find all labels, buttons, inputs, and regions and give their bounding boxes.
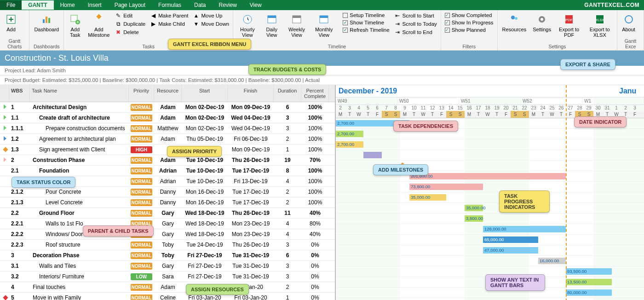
move-up-button[interactable]: ▲Move Up: [192, 12, 230, 19]
col-priority[interactable]: Priority: [129, 85, 154, 102]
add-chart-button[interactable]: Add: [3, 12, 19, 33]
task-row[interactable]: 1.1Create draft of architectureNORMALAda…: [0, 113, 335, 123]
monthly-view-button[interactable]: Monthly View: [311, 12, 336, 39]
day-number: 24: [538, 105, 547, 111]
show-completed-toggle[interactable]: ✓Show Completed: [444, 12, 494, 18]
dow-cell: F: [630, 111, 639, 118]
task-row[interactable]: 1Architectural DesignNORMALAdamMon 02-De…: [0, 102, 335, 113]
make-child-button[interactable]: ▶Make Child: [149, 20, 189, 28]
settings-button[interactable]: Settings: [531, 12, 553, 39]
resources-button[interactable]: Resources: [500, 12, 529, 39]
gantt-bar[interactable]: 35,000.00: [465, 205, 483, 211]
gantt-bar[interactable]: 2,700.00: [336, 131, 363, 137]
task-name-cell[interactable]: Foundation: [30, 167, 129, 175]
gantt-bar[interactable]: 35,000.00: [409, 194, 446, 201]
tab-file[interactable]: File: [0, 0, 22, 10]
task-row[interactable]: 2.2.1Walls to 1st FloNORMALGaryWed 18-De…: [0, 219, 335, 229]
show-planned-toggle[interactable]: ✓Show Planned: [444, 27, 494, 33]
task-row[interactable]: 1.2Agreement to architectural planNORMAL…: [0, 134, 335, 144]
task-name-cell[interactable]: Pour Concrete: [30, 188, 129, 196]
task-name-cell[interactable]: Construction Phase: [30, 156, 129, 164]
gantt-bar[interactable]: 80,000.00: [566, 289, 612, 296]
tab-gantt[interactable]: GANTT: [22, 0, 53, 10]
tab-insert[interactable]: Insert: [81, 0, 108, 10]
gantt-row: 73,800.00: [336, 182, 644, 192]
task-name-cell[interactable]: Roof structure: [30, 241, 129, 249]
task-row[interactable]: 3.1Walls and TilesNORMALGaryFri 27-Dec-1…: [0, 261, 335, 271]
add-task-button[interactable]: Add Task: [67, 12, 83, 39]
task-name-cell[interactable]: Architectural Design: [30, 103, 129, 111]
task-row[interactable]: 5Move in with FamilyNORMALCelineFri 03-J…: [0, 293, 335, 300]
col-name[interactable]: Task Name: [30, 85, 129, 102]
daily-view-button[interactable]: Daily View: [262, 12, 282, 39]
task-name-cell[interactable]: Prepare construction documents: [30, 124, 129, 133]
gantt-bar[interactable]: 65,000.00: [483, 237, 538, 243]
callout-task-deps: TASK DEPENDENCIES: [393, 121, 458, 132]
task-name-cell[interactable]: Decoration Phase: [30, 251, 129, 260]
task-name-cell[interactable]: Interiors/ Furniture: [30, 272, 129, 281]
move-down-button[interactable]: ▼Move Down: [192, 20, 230, 28]
col-finish[interactable]: Finish: [228, 85, 274, 102]
task-row[interactable]: 3Decoration PhaseNORMALTobyFri 27-Dec-19…: [0, 250, 335, 261]
tab-page-layout[interactable]: Page Layout: [108, 0, 152, 10]
hourly-view-button[interactable]: Hourly View: [236, 12, 259, 39]
task-row[interactable]: 2.2.2Windows/ DoorNORMALGaryWed 18-Dec-1…: [0, 229, 335, 240]
task-row[interactable]: 1.1.1Prepare construction documentsNORMA…: [0, 123, 335, 134]
tab-view[interactable]: View: [243, 0, 268, 10]
export-pdf-button[interactable]: PDFExport to PDF: [556, 12, 582, 39]
about-button[interactable]: About: [620, 12, 637, 33]
day-number: 31: [603, 105, 612, 111]
task-row[interactable]: 2.2Ground FloorNORMALGaryWed 18-Dec-19Th…: [0, 208, 335, 219]
gantt-bar[interactable]: 201,800.00: [409, 173, 566, 179]
task-row[interactable]: 2.2.3Roof structureNORMALTobyTue 24-Dec-…: [0, 240, 335, 250]
edit-button[interactable]: ✎Edit: [114, 12, 146, 19]
duplicate-button[interactable]: ⧉Duplicate: [114, 20, 146, 28]
task-name-cell[interactable]: Create draft of architecture: [30, 114, 129, 122]
col-wbs[interactable]: WBS: [9, 85, 30, 102]
add-milestone-button[interactable]: Add Milestone: [86, 12, 111, 39]
tab-review[interactable]: Review: [212, 0, 243, 10]
weekly-view-button[interactable]: Weekly View: [285, 12, 309, 39]
gantt-bar[interactable]: [363, 152, 382, 158]
tab-home[interactable]: Home: [54, 0, 81, 10]
task-name-cell[interactable]: Walls and Tiles: [30, 262, 129, 270]
gantt-bar[interactable]: 128,000.00: [483, 226, 566, 232]
show-inprogress-toggle[interactable]: ✓Show In Progress: [444, 19, 494, 26]
show-timeline-button[interactable]: ✓Show Timeline: [342, 19, 390, 26]
tab-data[interactable]: Data: [188, 0, 212, 10]
gantt-bar[interactable]: 3,800.00: [465, 215, 483, 222]
gantt-bar[interactable]: 73,800.00: [409, 184, 483, 190]
callout-date-indicator: DATE INDICATOR: [574, 116, 627, 127]
task-name-cell[interactable]: Level Concrete: [30, 198, 129, 207]
refresh-timeline-button[interactable]: ✓Refresh Timeline: [342, 27, 390, 33]
gantt-bar[interactable]: 13,500.00: [566, 279, 612, 285]
task-row[interactable]: 2Construction PhaseNORMALAdamTue 10-Dec-…: [0, 155, 335, 166]
delete-button[interactable]: ✖Delete: [114, 29, 146, 36]
task-row[interactable]: 2.1FoundationNORMALAdrianTue 10-Dec-19Tu…: [0, 166, 335, 176]
tab-formulas[interactable]: Formulas: [152, 0, 188, 10]
col-duration[interactable]: Duration: [274, 85, 301, 102]
make-parent-button[interactable]: ◀Make Parent: [149, 12, 189, 19]
task-row[interactable]: 3.2Interiors/ FurnitureLOWSaraFri 27-Dec…: [0, 271, 335, 282]
dashboard-button[interactable]: Dashboard: [32, 12, 61, 33]
gantt-bar[interactable]: 2,700.00: [336, 141, 363, 148]
gantt-bar[interactable]: 47,000.00: [483, 247, 538, 254]
col-resource[interactable]: Resource: [154, 85, 182, 102]
task-name-cell[interactable]: Move in with Family: [30, 294, 129, 300]
gantt-bar[interactable]: 16,000.00: [538, 258, 566, 264]
setup-timeline-button[interactable]: Setup Timeline: [342, 12, 390, 18]
gantt-bar[interactable]: 93,500.00: [566, 268, 612, 275]
export-xlsx-button[interactable]: XLSXExport to XLSX: [585, 12, 614, 39]
task-row[interactable]: 4Final touchesNORMALAdam02-Jan-2020%: [0, 282, 335, 293]
task-name-cell[interactable]: Final touches: [30, 283, 129, 291]
task-name-cell[interactable]: Agreement to architectural plan: [30, 135, 129, 143]
scroll-today-button[interactable]: ⇥Scroll to Today: [393, 20, 438, 28]
task-row[interactable]: 2.1.3Level ConcreteNORMALDannyMon 16-Dec…: [0, 197, 335, 208]
scroll-start-button[interactable]: ⇤Scroll to Start: [393, 12, 438, 19]
col-percent[interactable]: Percent Complete: [301, 85, 329, 102]
scroll-end-button[interactable]: ⇥Scroll to End: [393, 29, 438, 36]
task-name-cell[interactable]: Sign agreement with Client: [30, 145, 129, 154]
task-row[interactable]: 2.1.2Pour ConcreteNORMALDannyMon 16-Dec-…: [0, 187, 335, 197]
task-name-cell[interactable]: Ground Floor: [30, 209, 129, 217]
col-start[interactable]: Start: [182, 85, 228, 102]
